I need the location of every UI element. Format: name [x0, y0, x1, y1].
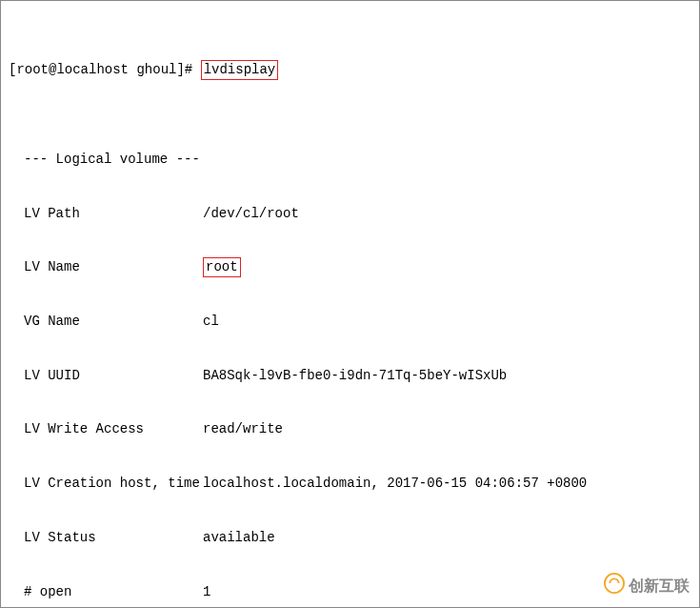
watermark-text: 创新互联	[629, 576, 690, 597]
lv-creation: LV Creation host, timelocalhost.localdom…	[9, 475, 691, 493]
lv-access: LV Write Accessread/write	[9, 420, 691, 438]
svg-point-0	[605, 574, 624, 593]
vg-name: VG Namecl	[9, 313, 691, 331]
watermark: 创新互联	[604, 573, 690, 599]
lv-section-header: --- Logical volume ---	[9, 151, 691, 169]
watermark-logo-icon	[604, 573, 625, 599]
terminal-output[interactable]: [root@localhost ghoul]# lvdisplay --- Lo…	[1, 1, 699, 608]
lv-path: LV Path/dev/cl/root	[9, 205, 691, 223]
lv-uuid: LV UUIDBA8Sqk-l9vB-fbe0-i9dn-71Tq-5beY-w…	[9, 367, 691, 385]
lv-name: LV Nameroot	[9, 258, 691, 276]
lv-status: LV Statusavailable	[9, 529, 691, 547]
command-typed: lvdisplay	[201, 60, 279, 80]
shell-prompt: [root@localhost ghoul]#	[9, 61, 192, 79]
lv-open: # open1	[9, 583, 691, 601]
shell-prompt-line: [root@localhost ghoul]# lvdisplay	[9, 61, 691, 79]
